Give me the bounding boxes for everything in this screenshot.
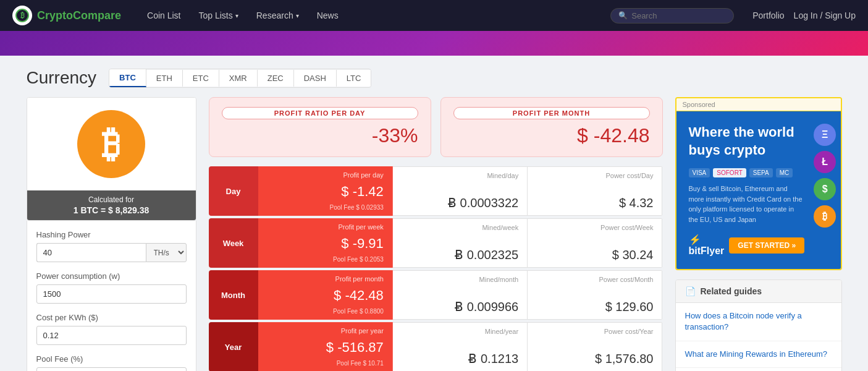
nav-coin-list[interactable]: Coin List (140, 7, 188, 24)
tab-dash[interactable]: DASH (294, 70, 337, 87)
nav-top-lists[interactable]: Top Lists ▾ (192, 7, 246, 24)
guide-item-0[interactable]: How does a Bitcoin node verify a transac… (676, 303, 841, 341)
left-panel: ₿ Calculated for 1 BTC = $ 8,829.38 Hash… (27, 97, 196, 371)
nav-news[interactable]: News (310, 7, 346, 24)
page-title: Currency (27, 68, 97, 88)
power-cell-month: Power cost/Month $ 129.60 (528, 270, 662, 320)
power-cell-year: Power cost/Year $ 1,576.80 (528, 322, 662, 371)
btc-rate: 1 BTC = $ 8,829.38 (32, 205, 191, 215)
guides-list: How does a Bitcoin node verify a transac… (676, 303, 841, 371)
logo[interactable]: ₿ CryptoCompare (12, 6, 121, 25)
banner (0, 31, 868, 56)
ad-headline: Where the world buys crypto (689, 124, 805, 159)
tab-zec[interactable]: ZEC (258, 70, 294, 87)
ad-panel: Sponsored Where the world buys crypto VI… (675, 97, 842, 270)
data-row-week: Week Profit per week $ -9.91 Pool Fee $ … (209, 218, 663, 268)
ad-bitflyer: ⚡ bitFlyer GET STARTED » (689, 234, 805, 257)
profit-cell-week: Profit per week $ -9.91 Pool Fee $ 0.205… (258, 218, 393, 268)
sofort-logo: SOFORT (713, 168, 746, 177)
center-panel: PROFIT RATIO PER DAY -33% PROFIT PER MON… (209, 97, 663, 371)
nav-research[interactable]: Research ▾ (249, 7, 306, 24)
profit-month-box: PROFIT PER MONTH $ -42.48 (440, 97, 663, 157)
tab-xmr[interactable]: XMR (219, 70, 258, 87)
profit-ratio-value: -33% (222, 124, 418, 147)
cost-kwh-label: Cost per KWh ($) (36, 313, 187, 322)
ltc-badge: Ł (814, 151, 836, 173)
tab-etc[interactable]: ETC (183, 70, 219, 87)
calc-form: Hashing Power TH/s GH/s Power consumptio… (27, 221, 196, 371)
power-consumption-input[interactable] (36, 284, 187, 304)
alt-badge: $ (814, 178, 836, 200)
ad-cta-button[interactable]: GET STARTED » (729, 237, 804, 254)
profit-cell-month: Profit per month $ -42.48 Pool Fee $ 0.8… (258, 270, 393, 320)
cost-kwh-input[interactable] (36, 326, 187, 345)
coin-icon-wrap: ₿ (27, 98, 196, 190)
ad-sponsored-label: Sponsored (676, 98, 841, 111)
search-input[interactable] (631, 11, 726, 20)
power-cell-day: Power cost/Day $ 4.32 (528, 166, 662, 216)
pool-fee-group: Pool Fee (%) (36, 354, 187, 371)
period-label-day: Day (209, 166, 258, 216)
hashing-unit-select[interactable]: TH/s GH/s (146, 243, 187, 262)
profit-ratio-label: PROFIT RATIO PER DAY (222, 107, 418, 119)
research-chevron-icon: ▾ (296, 12, 299, 19)
period-label-year: Year (209, 322, 258, 371)
pool-fee-input[interactable] (36, 367, 187, 371)
ad-logos: VISA SOFORT SEPA MC (689, 168, 805, 177)
guide-item-2[interactable]: How to Identify a Bitcoin or Ethereum... (676, 368, 841, 371)
coin-calc: Calculated for 1 BTC = $ 8,829.38 (27, 190, 196, 220)
bitflyer-logo: ⚡ bitFlyer (689, 234, 725, 257)
right-panel: Sponsored Where the world buys crypto VI… (675, 97, 842, 371)
tab-ltc[interactable]: LTC (337, 70, 371, 87)
profit-summary: PROFIT RATIO PER DAY -33% PROFIT PER MON… (209, 97, 663, 157)
hashing-power-input[interactable] (36, 243, 146, 262)
hashing-power-input-wrap: TH/s GH/s (36, 243, 187, 262)
power-cell-week: Power cost/Week $ 30.24 (528, 218, 662, 268)
guides-title: Related guides (701, 286, 762, 296)
currency-tabs: BTC ETH ETC XMR ZEC DASH LTC (109, 69, 371, 88)
tab-btc[interactable]: BTC (109, 69, 146, 87)
hashing-power-group: Hashing Power TH/s GH/s (36, 230, 187, 262)
guides-header: 📄 Related guides (676, 280, 841, 303)
sepa-logo: SEPA (749, 168, 773, 177)
svg-text:₿: ₿ (20, 11, 25, 20)
calculated-for-label: Calculated for (32, 195, 191, 204)
cost-kwh-group: Cost per KWh ($) (36, 313, 187, 345)
login-link[interactable]: Log In / Sign Up (794, 11, 856, 20)
top-lists-chevron-icon: ▾ (235, 12, 238, 19)
ad-coins: Ξ Ł $ ₿ (814, 124, 836, 228)
mined-cell-week: Mined/week Ƀ 0.002325 (393, 218, 528, 268)
search-box[interactable]: 🔍 (610, 8, 734, 23)
logo-icon: ₿ (12, 6, 32, 25)
eth-badge: Ξ (814, 124, 836, 146)
tab-eth[interactable]: ETH (146, 70, 183, 87)
nav-right: Portfolio Log In / Sign Up (752, 11, 856, 20)
main-layout: ₿ Calculated for 1 BTC = $ 8,829.38 Hash… (27, 97, 842, 371)
profit-cell-day: Profit per day $ -1.42 Pool Fee $ 0.0293… (258, 166, 393, 216)
mined-cell-month: Mined/month Ƀ 0.009966 (393, 270, 528, 320)
mined-cell-year: Mined/year Ƀ 0.1213 (393, 322, 528, 371)
period-label-week: Week (209, 218, 258, 268)
guide-item-1[interactable]: What are Mining Rewards in Ethereum? (676, 341, 841, 368)
visa-logo: VISA (689, 168, 710, 177)
data-row-month: Month Profit per month $ -42.48 Pool Fee… (209, 270, 663, 320)
pool-fee-label: Pool Fee (%) (36, 354, 187, 364)
mc-logo: MC (776, 168, 793, 177)
btc-icon: ₿ (77, 110, 145, 178)
portfolio-link[interactable]: Portfolio (752, 11, 784, 20)
guides-icon: 📄 (685, 286, 696, 296)
profit-cell-year: Profit per year $ -516.87 Pool Fee $ 10.… (258, 322, 393, 371)
power-consumption-label: Power consumption (w) (36, 271, 187, 281)
ad-content: Where the world buys crypto VISA SOFORT … (676, 111, 841, 269)
btc-badge-ad: ₿ (814, 205, 836, 228)
logo-text: CryptoCompare (37, 9, 121, 22)
coin-card: ₿ Calculated for 1 BTC = $ 8,829.38 (27, 97, 196, 221)
hashing-power-label: Hashing Power (36, 230, 187, 239)
ad-text-block: Where the world buys crypto VISA SOFORT … (689, 124, 805, 257)
navbar: ₿ CryptoCompare Coin List Top Lists ▾ Re… (0, 0, 868, 31)
data-row-day: Day Profit per day $ -1.42 Pool Fee $ 0.… (209, 166, 663, 216)
mined-cell-day: Mined/day Ƀ 0.0003322 (393, 166, 528, 216)
profit-ratio-box: PROFIT RATIO PER DAY -33% (209, 97, 431, 157)
page-content: Currency BTC ETH ETC XMR ZEC DASH LTC ₿ … (8, 56, 861, 371)
related-guides: 📄 Related guides How does a Bitcoin node… (675, 279, 842, 371)
